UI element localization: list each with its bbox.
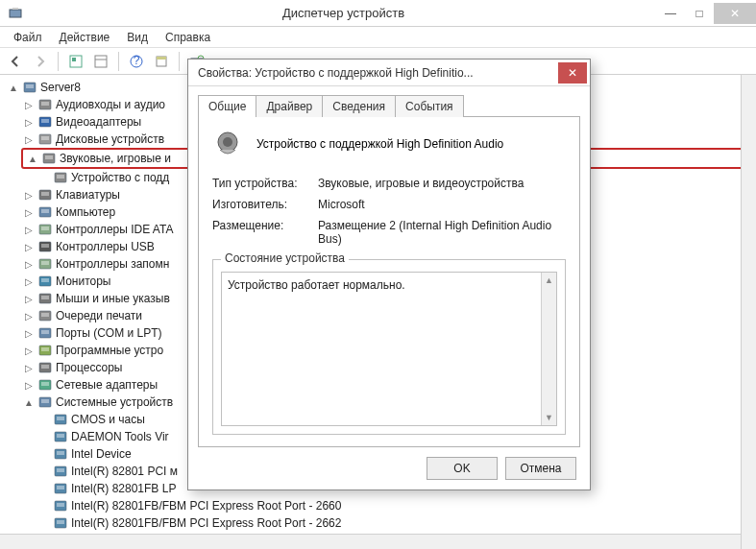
ok-button[interactable]: OK — [427, 457, 498, 480]
chip-icon — [53, 515, 68, 531]
expander-spacer — [38, 483, 50, 494]
toolbar-btn-3[interactable] — [150, 50, 173, 73]
tab-events[interactable]: События — [395, 95, 464, 117]
tab-details[interactable]: Сведения — [322, 95, 396, 117]
svg-rect-13 — [26, 84, 34, 88]
tree-category-label: Дисковые устройств — [56, 132, 164, 146]
tree-category-label: Видеоадаптеры — [56, 115, 141, 129]
menu-action[interactable]: Действие — [52, 29, 118, 46]
dialog-title: Свойства: Устройство с поддержкой High D… — [188, 66, 558, 80]
expander-icon[interactable]: ▷ — [23, 258, 35, 270]
expander-icon[interactable]: ▷ — [23, 275, 35, 287]
expander-spacer — [38, 414, 50, 425]
chip-icon — [53, 446, 68, 462]
display-icon — [37, 114, 53, 130]
forward-button[interactable] — [29, 50, 52, 73]
window-titlebar: Диспетчер устройств — □ ✕ — [0, 0, 756, 27]
tree-category-label: Порты (COM и LPT) — [56, 326, 162, 340]
expander-icon[interactable]: ▷ — [23, 362, 35, 373]
status-scrollbar[interactable]: ▲ ▼ — [541, 273, 556, 425]
tree-item-label: Intel(R) 82801FB LP — [71, 482, 176, 495]
label-location: Размещение: — [212, 219, 318, 246]
svg-rect-33 — [41, 261, 49, 265]
tree-item-label: Intel(R) 82801 PCI м — [71, 465, 178, 478]
svg-rect-31 — [41, 244, 49, 248]
svg-rect-41 — [41, 330, 49, 334]
collapse-icon[interactable]: ▲ — [8, 82, 19, 93]
svg-rect-57 — [57, 468, 64, 472]
expander-icon[interactable]: ▷ — [23, 293, 35, 304]
chip-icon — [53, 464, 68, 479]
dialog-tabs: Общие Драйвер Сведения События — [198, 94, 580, 116]
expander-icon[interactable]: ▷ — [23, 327, 35, 339]
expander-spacer — [38, 431, 50, 442]
dialog-body: Общие Драйвер Сведения События Устройств… — [188, 86, 590, 447]
svg-rect-17 — [41, 119, 49, 123]
svg-rect-27 — [41, 209, 49, 213]
window-title: Диспетчер устройств — [31, 6, 656, 20]
expander-icon[interactable]: ▷ — [23, 99, 35, 110]
svg-rect-4 — [95, 56, 107, 67]
tree-item-label: Intel(R) 82801FB/FBM PCI Express Root Po… — [71, 516, 341, 530]
svg-rect-61 — [57, 503, 64, 507]
scroll-up-icon[interactable]: ▲ — [542, 273, 556, 288]
svg-rect-51 — [57, 417, 64, 420]
toolbar-btn-2[interactable] — [89, 50, 112, 73]
help-button[interactable]: ? — [125, 50, 148, 73]
scroll-down-icon[interactable]: ▼ — [542, 410, 556, 425]
expander-icon[interactable]: ▷ — [23, 379, 35, 391]
expander-icon[interactable]: ▷ — [23, 345, 35, 356]
minimize-button[interactable]: — — [656, 3, 685, 24]
tree-item[interactable]: Intel(R) 82801FB/FBM PCI Express Root Po… — [0, 497, 756, 514]
audio-icon — [37, 97, 53, 112]
vertical-scrollbar[interactable] — [741, 75, 756, 549]
expander-icon[interactable]: ▷ — [23, 224, 35, 235]
monitor-icon — [37, 274, 53, 289]
chip-icon — [53, 498, 68, 513]
expander-icon[interactable]: ▲ — [27, 153, 38, 164]
expander-icon[interactable]: ▷ — [23, 116, 35, 128]
status-legend: Состояние устройства — [221, 251, 349, 265]
dialog-close-button[interactable]: ✕ — [558, 62, 587, 84]
expander-icon[interactable]: ▲ — [23, 396, 35, 408]
tab-general[interactable]: Общие — [198, 95, 256, 117]
menu-view[interactable]: Вид — [119, 29, 156, 46]
tree-item-label: Intel Device — [71, 447, 132, 461]
tree-item[interactable]: Intel(R) 82801FB/FBM PCI Express Root Po… — [0, 514, 756, 532]
back-button[interactable] — [4, 50, 27, 73]
menu-help[interactable]: Справка — [158, 29, 218, 46]
tree-root-label: Server8 — [40, 81, 81, 94]
expander-icon[interactable]: ▷ — [23, 310, 35, 322]
cpu-icon — [37, 360, 53, 375]
svg-rect-59 — [57, 486, 64, 489]
svg-rect-29 — [41, 227, 49, 230]
tree-category-label: Аудиовходы и аудио — [56, 98, 165, 111]
tree-item-label: Intel(R) 82801FB/FBM PCI Express Root Po… — [71, 499, 341, 513]
expander-spacer — [38, 448, 50, 460]
maximize-button[interactable]: □ — [685, 3, 714, 24]
value-location: Размещение 2 (Internal High Definition A… — [318, 219, 566, 246]
app-icon — [8, 6, 23, 21]
menu-file[interactable]: Файл — [6, 29, 50, 46]
cancel-button[interactable]: Отмена — [505, 457, 576, 480]
expander-icon[interactable]: ▷ — [23, 241, 35, 252]
svg-rect-21 — [45, 155, 53, 159]
toolbar-btn-1[interactable] — [64, 50, 87, 73]
svg-rect-45 — [41, 365, 49, 369]
svg-rect-37 — [41, 296, 49, 299]
tab-driver[interactable]: Драйвер — [256, 95, 323, 117]
tree-category-label: Контроллеры запомн — [56, 257, 169, 271]
system-icon — [37, 394, 53, 410]
expander-icon[interactable]: ▷ — [23, 133, 35, 145]
svg-rect-39 — [41, 313, 49, 317]
svg-rect-1 — [12, 8, 18, 10]
expander-icon[interactable]: ▷ — [23, 189, 35, 201]
horizontal-scrollbar[interactable] — [0, 534, 741, 549]
status-textbox[interactable]: Устройство работает нормально. ▲ ▼ — [221, 272, 557, 426]
label-manufacturer: Изготовитель: — [212, 198, 318, 211]
device-properties: Тип устройства: Звуковые, игровые и виде… — [212, 177, 566, 246]
tree-category-label: Контроллеры USB — [56, 240, 155, 253]
expander-icon[interactable]: ▷ — [23, 206, 35, 218]
close-button[interactable]: ✕ — [714, 3, 756, 24]
tree-item-label: CMOS и часы — [71, 413, 145, 426]
